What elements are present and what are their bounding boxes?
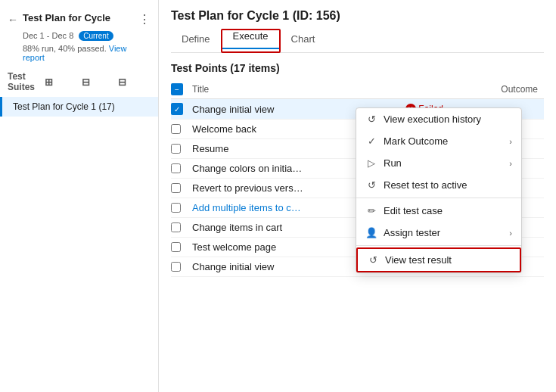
row-title: Change initial view (192, 104, 359, 115)
row-checkbox[interactable] (171, 262, 192, 272)
more-button[interactable]: ⋮ (138, 12, 151, 26)
menu-item-view-execution-history[interactable]: ↺ View execution history (356, 108, 521, 130)
arrow-right-icon: › (509, 137, 512, 146)
result-icon: ↺ (367, 254, 379, 266)
history-icon: ↺ (365, 114, 377, 125)
menu-item-mark-outcome[interactable]: ✓ Mark Outcome › (356, 130, 521, 152)
suite-icon-1[interactable]: ⊞ (45, 76, 77, 88)
sidebar-title: Test Plan for Cycle (23, 12, 134, 23)
context-menu: ↺ View execution history ✓ Mark Outcome … (356, 107, 522, 273)
row-title: Welcome back (192, 123, 359, 135)
row-checkbox[interactable] (171, 203, 192, 213)
menu-item-view-test-result[interactable]: ↺ View test result (356, 247, 521, 272)
tab-define[interactable]: Define (171, 29, 221, 52)
menu-item-reset-test[interactable]: ↺ Reset test to active (356, 174, 521, 196)
reset-icon: ↺ (365, 179, 377, 191)
table-header: − Title Outcome (171, 80, 544, 99)
checkmark-icon: ✓ (365, 135, 377, 147)
col-header-outcome: Outcome (453, 84, 544, 95)
row-title: Change colors on initia… (192, 163, 359, 174)
checked-box (171, 103, 183, 115)
row-checkbox[interactable] (171, 242, 192, 252)
suite-item[interactable]: Test Plan for Cycle 1 (17) (0, 97, 158, 117)
content-area: Test Points (17 items) − Title Outcome C… (159, 53, 556, 392)
row-title: Revert to previous vers… (192, 182, 359, 194)
header-check-col: − (171, 83, 192, 95)
back-button[interactable]: ← (8, 14, 18, 26)
test-suites-header: Test Suites ⊞ ⊟ ⊟ (0, 67, 158, 97)
row-title: Resume (192, 143, 359, 154)
suite-icon-3[interactable]: ⊟ (118, 76, 151, 88)
suite-icon-2[interactable]: ⊟ (82, 76, 114, 88)
sidebar-date-range: Dec 1 - Dec 8 Current (0, 30, 158, 42)
main-header: Test Plan for Cycle 1 (ID: 156) Define E… (159, 0, 556, 53)
tab-execute[interactable]: Execute (222, 26, 279, 49)
sidebar-stat: 88% run, 40% passed. View report (0, 42, 158, 67)
menu-item-run[interactable]: ▷ Run › (356, 152, 521, 174)
menu-divider (356, 245, 521, 246)
row-checkbox[interactable] (171, 103, 192, 115)
tab-bar: Define Execute Chart (171, 29, 544, 53)
page-title: Test Plan for Cycle 1 (ID: 156) (171, 9, 544, 23)
menu-item-edit-test-case[interactable]: ✏ Edit test case (356, 200, 521, 222)
row-checkbox[interactable] (171, 163, 192, 173)
menu-item-assign-tester[interactable]: 👤 Assign tester › (356, 222, 521, 244)
edit-icon: ✏ (365, 205, 377, 216)
menu-divider (356, 198, 521, 198)
row-checkbox[interactable] (171, 144, 192, 154)
tab-chart[interactable]: Chart (281, 29, 326, 52)
section-title: Test Points (17 items) (171, 62, 544, 74)
row-checkbox[interactable] (171, 222, 192, 232)
row-checkbox[interactable] (171, 183, 192, 193)
sidebar: ← Test Plan for Cycle ⋮ Dec 1 - Dec 8 Cu… (0, 0, 159, 392)
arrow-right-icon: › (509, 229, 512, 238)
sidebar-header: ← Test Plan for Cycle ⋮ (0, 8, 158, 30)
arrow-right-icon: › (509, 159, 512, 168)
current-badge: Current (79, 31, 113, 41)
tab-execute-wrap: Execute (221, 29, 281, 53)
row-title: Test welcome page (192, 241, 359, 253)
row-title: Change initial view (192, 261, 359, 272)
run-icon: ▷ (365, 157, 377, 169)
person-icon: 👤 (365, 227, 377, 238)
row-title[interactable]: Add multiple items to c… (192, 202, 359, 213)
row-checkbox[interactable] (171, 124, 192, 134)
col-header-title: Title (192, 84, 453, 95)
row-title: Change items in cart (192, 222, 359, 233)
main-content: Test Plan for Cycle 1 (ID: 156) Define E… (159, 0, 556, 392)
